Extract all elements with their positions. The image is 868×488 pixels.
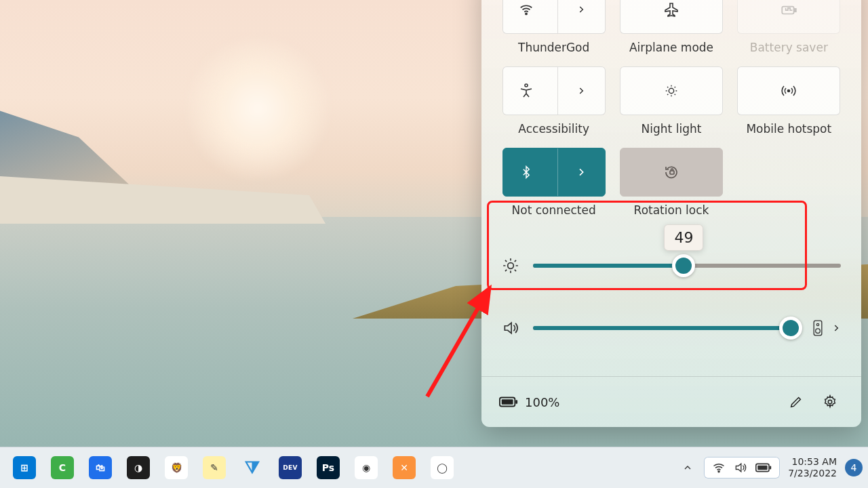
edit-quick-settings-button[interactable] <box>783 388 810 415</box>
taskbar-app-chrome[interactable]: ◉ <box>349 451 384 484</box>
taskbar-app-xampp[interactable]: ✕ <box>387 451 422 484</box>
battery-saver-icon <box>780 1 797 18</box>
quick-settings-footer: 100% <box>481 376 861 427</box>
wifi-expand-button[interactable] <box>557 0 605 33</box>
svg-point-10 <box>816 329 821 333</box>
settings-button[interactable] <box>816 388 844 415</box>
tile-wifi[interactable] <box>502 0 606 34</box>
brightness-icon <box>502 257 521 274</box>
svg-rect-2 <box>795 9 796 12</box>
taskbar-app-start[interactable]: ⊞ <box>7 451 42 484</box>
svg-point-7 <box>508 263 514 269</box>
tile-mobile-hotspot[interactable] <box>737 66 840 115</box>
tile-label: Battery saver <box>750 41 828 54</box>
quick-settings-row-1: ThunderGod Airplane mode Battery saver <box>481 0 861 217</box>
battery-percent: 100% <box>525 395 559 409</box>
accessibility-icon[interactable] <box>503 67 550 115</box>
svg-point-16 <box>718 471 719 472</box>
taskbar-app-camtasia[interactable]: C <box>45 451 80 484</box>
night-light-icon <box>664 83 679 98</box>
tile-label: ThunderGod <box>518 41 589 54</box>
taskbar-app-cortana[interactable]: ◯ <box>425 451 460 484</box>
svg-rect-13 <box>502 399 513 404</box>
tile-accessibility[interactable] <box>502 66 606 115</box>
battery-icon <box>755 462 772 473</box>
taskbar-app-ms-store[interactable]: 🛍 <box>83 451 118 484</box>
wallpaper-shore <box>0 176 326 224</box>
tray-clock[interactable]: 10:53 AM 7/23/2022 <box>783 456 842 479</box>
volume-slider-row <box>502 297 841 359</box>
taskbar-app-figma[interactable]: ◑ <box>121 451 156 484</box>
svg-rect-19 <box>757 466 767 470</box>
svg-point-5 <box>788 90 790 92</box>
tile-label: Night light <box>642 122 702 136</box>
tile-label: Rotation lock <box>634 203 709 217</box>
taskbar-app-brave[interactable]: 🦁 <box>159 451 194 484</box>
tile-label: Airplane mode <box>629 41 713 54</box>
svg-rect-12 <box>515 400 517 404</box>
system-tray: 10:53 AM 7/23/2022 4 <box>674 456 863 479</box>
hotspot-icon <box>781 83 797 99</box>
notification-badge[interactable]: 4 <box>845 459 863 476</box>
tray-network-volume-battery[interactable] <box>704 457 780 479</box>
clock-date: 7/23/2022 <box>788 468 837 479</box>
audio-output-button[interactable] <box>811 319 825 337</box>
tile-night-light[interactable] <box>620 66 723 115</box>
tray-overflow-button[interactable] <box>674 458 701 477</box>
taskbar-app-photoshop[interactable]: Ps <box>311 451 346 484</box>
bluetooth-icon[interactable] <box>503 148 550 196</box>
rotation-lock-icon <box>663 164 679 180</box>
taskbar: ⊞C🛍◑🦁✎⧩DEVPs◉✕◯ 10:53 AM 7/23/2022 4 <box>0 447 868 488</box>
brightness-slider-row: 49 <box>502 235 841 297</box>
quick-settings-panel: ThunderGod Airplane mode Battery saver <box>481 0 861 427</box>
svg-point-9 <box>816 323 818 325</box>
tile-bluetooth[interactable] <box>502 148 606 197</box>
accessibility-expand-button[interactable] <box>557 67 605 115</box>
svg-point-14 <box>828 400 832 404</box>
wifi-icon <box>712 461 726 474</box>
svg-rect-18 <box>770 466 771 470</box>
volume-slider[interactable] <box>533 326 799 330</box>
volume-expand-button[interactable] <box>831 323 841 333</box>
volume-icon <box>734 461 747 474</box>
svg-point-4 <box>669 88 673 93</box>
tile-battery-saver[interactable] <box>737 0 840 34</box>
bluetooth-expand-button[interactable] <box>557 148 605 196</box>
clock-time: 10:53 AM <box>792 456 837 468</box>
wallpaper-sun <box>183 34 332 183</box>
airplane-icon <box>663 1 679 18</box>
battery-icon[interactable] <box>499 395 518 409</box>
tile-rotation-lock[interactable] <box>620 148 723 197</box>
tile-airplane-mode[interactable] <box>620 0 723 34</box>
wifi-icon[interactable] <box>503 0 550 33</box>
tile-label: Mobile hotspot <box>746 122 831 136</box>
svg-rect-6 <box>670 171 674 174</box>
volume-icon[interactable] <box>502 319 521 337</box>
brightness-slider[interactable]: 49 <box>533 264 841 268</box>
tile-label: Not connected <box>512 203 596 217</box>
taskbar-app-vscode[interactable]: ⧩ <box>235 451 270 484</box>
tile-label: Accessibility <box>518 122 589 136</box>
taskbar-app-devcpp[interactable]: DEV <box>273 451 308 484</box>
svg-point-3 <box>525 84 528 87</box>
taskbar-app-notepadpp[interactable]: ✎ <box>197 451 232 484</box>
svg-point-0 <box>526 13 527 14</box>
brightness-tooltip: 49 <box>664 224 703 251</box>
